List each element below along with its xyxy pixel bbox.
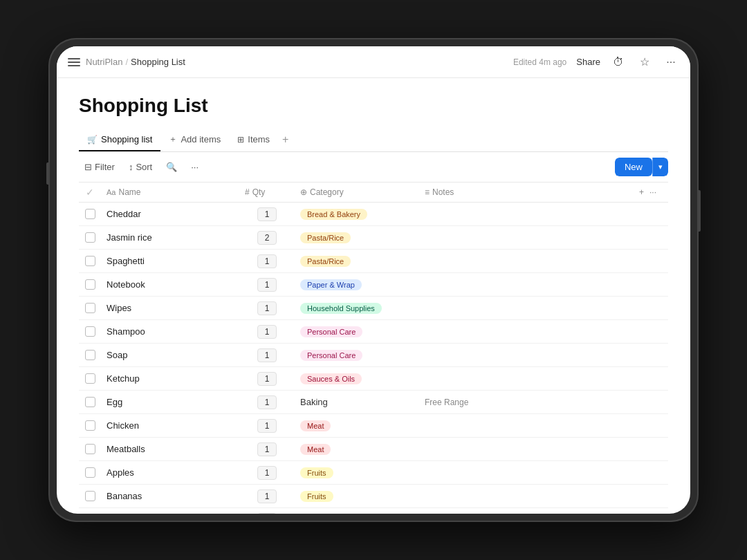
row-qty-13[interactable]: 1 bbox=[239, 513, 295, 514]
row-checkbox-6[interactable] bbox=[79, 350, 101, 360]
row-category-11[interactable]: Fruits bbox=[295, 467, 419, 478]
row-name-0[interactable]: Cheddar bbox=[101, 209, 239, 219]
row-name-11[interactable]: Apples bbox=[101, 467, 239, 478]
row-checkbox-3[interactable] bbox=[79, 279, 101, 290]
row-checkbox-0[interactable] bbox=[79, 209, 101, 219]
checkbox-6[interactable] bbox=[85, 350, 95, 360]
row-checkbox-7[interactable] bbox=[79, 373, 101, 384]
row-name-2[interactable]: Spaghetti bbox=[101, 256, 239, 266]
row-category-3[interactable]: Paper & Wrap bbox=[295, 279, 419, 290]
row-checkbox-4[interactable] bbox=[79, 303, 101, 313]
row-qty-11[interactable]: 1 bbox=[239, 466, 295, 480]
row-name-6[interactable]: Soap bbox=[101, 350, 239, 360]
category-tag-0[interactable]: Bread & Bakery bbox=[300, 209, 367, 220]
category-tag-9[interactable]: Meat bbox=[300, 420, 331, 431]
row-qty-2[interactable]: 1 bbox=[239, 254, 295, 268]
col-more-icon[interactable]: ··· bbox=[649, 187, 656, 197]
note-text-8: Free Range bbox=[425, 398, 468, 407]
row-qty-4[interactable]: 1 bbox=[239, 301, 295, 315]
row-qty-5[interactable]: 1 bbox=[239, 325, 295, 339]
share-button[interactable]: Share bbox=[576, 57, 600, 67]
row-category-2[interactable]: Pasta/Rice bbox=[295, 256, 419, 267]
row-name-4[interactable]: Wipes bbox=[101, 303, 239, 313]
checkbox-2[interactable] bbox=[85, 256, 95, 266]
search-button[interactable]: 🔍 bbox=[160, 159, 183, 175]
checkbox-1[interactable] bbox=[85, 232, 95, 243]
checkbox-3[interactable] bbox=[85, 279, 95, 290]
row-name-12[interactable]: Bananas bbox=[101, 491, 239, 501]
row-qty-6[interactable]: 1 bbox=[239, 348, 295, 362]
app-name[interactable]: NutriPlan bbox=[86, 57, 122, 67]
row-name-1[interactable]: Jasmin rice bbox=[101, 232, 239, 243]
category-tag-12[interactable]: Fruits bbox=[300, 491, 333, 502]
toolbar-more-button[interactable]: ··· bbox=[185, 159, 204, 175]
row-name-5[interactable]: Shampoo bbox=[101, 326, 239, 337]
row-qty-9[interactable]: 1 bbox=[239, 419, 295, 433]
checkbox-8[interactable] bbox=[85, 397, 95, 407]
row-qty-12[interactable]: 1 bbox=[239, 489, 295, 503]
checkbox-10[interactable] bbox=[85, 444, 95, 454]
category-tag-5[interactable]: Personal Care bbox=[300, 326, 362, 337]
row-checkbox-9[interactable] bbox=[79, 420, 101, 431]
row-qty-7[interactable]: 1 bbox=[239, 372, 295, 386]
sort-button[interactable]: ↕ Sort bbox=[123, 159, 158, 175]
row-category-4[interactable]: Household Supplies bbox=[295, 303, 419, 314]
checkbox-7[interactable] bbox=[85, 373, 95, 384]
star-icon[interactable]: ☆ bbox=[636, 54, 653, 71]
timer-icon[interactable]: ⏱ bbox=[610, 54, 627, 71]
category-tag-2[interactable]: Pasta/Rice bbox=[300, 256, 351, 267]
new-button[interactable]: New bbox=[615, 158, 652, 176]
row-checkbox-12[interactable] bbox=[79, 491, 101, 501]
row-name-3[interactable]: Notebook bbox=[101, 279, 239, 290]
row-qty-3[interactable]: 1 bbox=[239, 278, 295, 292]
row-qty-10[interactable]: 1 bbox=[239, 442, 295, 456]
row-category-1[interactable]: Pasta/Rice bbox=[295, 232, 419, 243]
checkbox-4[interactable] bbox=[85, 303, 95, 313]
hamburger-icon[interactable] bbox=[68, 58, 80, 66]
category-tag-11[interactable]: Fruits bbox=[300, 467, 333, 478]
checkbox-0[interactable] bbox=[85, 209, 95, 219]
row-category-10[interactable]: Meat bbox=[295, 444, 419, 455]
new-dropdown-button[interactable]: ▾ bbox=[652, 158, 668, 176]
row-qty-8[interactable]: 1 bbox=[239, 395, 295, 409]
tab-add-items[interactable]: ＋ Add items bbox=[160, 128, 229, 152]
category-tag-1[interactable]: Pasta/Rice bbox=[300, 232, 351, 243]
row-checkbox-2[interactable] bbox=[79, 256, 101, 266]
filter-button[interactable]: ⊟ Filter bbox=[79, 159, 120, 175]
col-header-check: ✓ bbox=[79, 187, 101, 198]
row-name-7[interactable]: Ketchup bbox=[101, 373, 239, 384]
checkbox-9[interactable] bbox=[85, 420, 95, 431]
category-tag-3[interactable]: Paper & Wrap bbox=[300, 279, 362, 290]
row-checkbox-10[interactable] bbox=[79, 444, 101, 454]
category-tag-10[interactable]: Meat bbox=[300, 444, 331, 455]
tab-shopping-list[interactable]: 🛒 Shopping list bbox=[79, 129, 160, 151]
more-icon[interactable]: ··· bbox=[663, 54, 679, 71]
add-col-icon[interactable]: + bbox=[639, 187, 644, 197]
row-category-12[interactable]: Fruits bbox=[295, 491, 419, 502]
checkbox-5[interactable] bbox=[85, 326, 95, 337]
table-rows: Cheddar 1 Bread & Bakery Jasmin rice 2 P… bbox=[79, 203, 668, 514]
row-qty-0[interactable]: 1 bbox=[239, 207, 295, 221]
tab-items[interactable]: ⊞ Items bbox=[229, 129, 278, 151]
row-category-7[interactable]: Sauces & Oils bbox=[295, 373, 419, 384]
category-tag-7[interactable]: Sauces & Oils bbox=[300, 373, 362, 384]
row-category-5[interactable]: Personal Care bbox=[295, 326, 419, 337]
row-name-8[interactable]: Egg bbox=[101, 397, 239, 407]
row-checkbox-8[interactable] bbox=[79, 397, 101, 407]
row-category-6[interactable]: Personal Care bbox=[295, 350, 419, 361]
add-tab-button[interactable]: + bbox=[278, 128, 293, 151]
row-category-9[interactable]: Meat bbox=[295, 420, 419, 431]
checkbox-12[interactable] bbox=[85, 491, 95, 501]
row-name-10[interactable]: Meatballs bbox=[101, 444, 239, 454]
row-checkbox-5[interactable] bbox=[79, 326, 101, 337]
row-checkbox-1[interactable] bbox=[79, 232, 101, 243]
row-category-0[interactable]: Bread & Bakery bbox=[295, 209, 419, 220]
category-tag-6[interactable]: Personal Care bbox=[300, 350, 362, 361]
row-category-8[interactable]: Baking bbox=[295, 397, 419, 407]
row-name-9[interactable]: Chicken bbox=[101, 420, 239, 431]
row-qty-1[interactable]: 2 bbox=[239, 231, 295, 245]
breadcrumb-page[interactable]: Shopping List bbox=[131, 57, 185, 67]
category-tag-4[interactable]: Household Supplies bbox=[300, 303, 382, 314]
checkbox-11[interactable] bbox=[85, 467, 95, 478]
row-checkbox-11[interactable] bbox=[79, 467, 101, 478]
